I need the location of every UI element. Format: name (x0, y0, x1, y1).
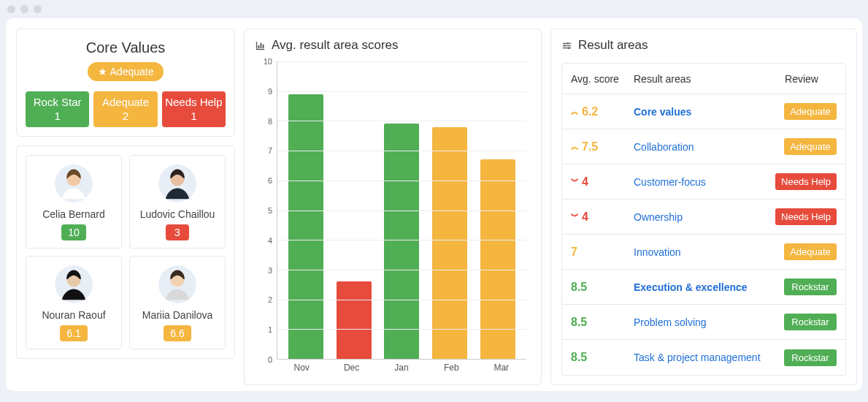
y-tick: 6 (268, 176, 272, 185)
grid-line (277, 61, 526, 62)
table-header: Avg. score Result areas Review (562, 64, 845, 94)
trend-down-icon: ︾ (571, 213, 579, 221)
review-badge: Adequate (784, 103, 837, 120)
review-badge: Rockstar (784, 314, 837, 330)
row-area-link[interactable]: Customer-focus (634, 176, 767, 188)
review-badge: Needs Help (775, 208, 837, 225)
svg-point-8 (567, 42, 569, 45)
grid-line (277, 91, 526, 92)
grid-line (277, 300, 526, 300)
table-row: 8.5Task & project managementRockstar (562, 340, 845, 375)
bar[interactable] (384, 124, 419, 359)
y-tick: 10 (264, 57, 272, 66)
people-grid: Celia Bernard10Ludovic Chaillou3Nouran R… (26, 155, 226, 349)
result-areas-card: Result areas Avg. score Result areas Rev… (550, 29, 857, 385)
core-values-badge-label: Adequate (110, 66, 154, 77)
x-tick: Nov (280, 363, 323, 377)
row-score: 7 (571, 246, 634, 259)
person-name: Mariia Danilova (134, 309, 220, 321)
grid-line (277, 240, 526, 240)
col-review: Review (767, 73, 837, 85)
person-card[interactable]: Mariia Danilova6.6 (129, 256, 226, 349)
window-dot (7, 5, 15, 13)
y-tick: 2 (268, 295, 272, 304)
person-card[interactable]: Celia Bernard10 (26, 155, 122, 249)
row-score-value: 7.5 (582, 140, 598, 153)
row-score-value: 4 (582, 211, 588, 224)
review-badge: Rockstar (784, 278, 837, 295)
grid-line (277, 270, 526, 270)
plot-area (277, 61, 526, 360)
person-score: 6.1 (60, 325, 87, 341)
score-box-label: Rock Star (27, 96, 88, 110)
score-box-count: 2 (95, 110, 155, 124)
bar[interactable] (337, 281, 372, 359)
trend-down-icon: ︾ (571, 178, 579, 186)
avatar (55, 164, 93, 202)
row-area-link[interactable]: Collaboration (634, 141, 767, 153)
score-box-label: Adequate (95, 96, 155, 110)
table-row: ︽6.2Core valuesAdequate (562, 94, 845, 129)
row-score: ︾4 (571, 211, 634, 224)
result-areas-heading: Result areas (561, 38, 846, 53)
person-card[interactable]: Nouran Raouf6.1 (26, 256, 122, 349)
person-score: 6.6 (164, 325, 191, 341)
y-tick: 0 (268, 355, 272, 364)
trend-up-icon: ︽ (571, 143, 579, 151)
x-tick: Dec (330, 363, 374, 377)
x-tick: Feb (429, 363, 473, 377)
col-score: Avg. score (571, 73, 634, 85)
row-area-link[interactable]: Problem solving (634, 316, 767, 328)
svg-point-10 (568, 47, 570, 49)
y-tick: 7 (268, 146, 272, 155)
row-score-value: 8.5 (571, 316, 587, 329)
score-box[interactable]: Rock Star1 (26, 91, 89, 127)
review-badge: Adequate (784, 243, 837, 260)
person-card[interactable]: Ludovic Chaillou3 (129, 155, 226, 249)
review-badge: Adequate (784, 138, 837, 155)
trend-up-icon: ︽ (571, 107, 579, 115)
grid-line (277, 121, 526, 121)
row-score: 8.5 (571, 316, 634, 329)
row-score-value: 4 (582, 175, 588, 189)
row-area-link[interactable]: Core values (634, 106, 767, 118)
chart-title: Avg. result area scores (272, 38, 399, 53)
row-area-link[interactable]: Innovation (634, 246, 767, 258)
row-score: 8.5 (571, 351, 634, 364)
x-axis: NovDecJanFebMar (277, 363, 526, 377)
core-values-badge: Adequate (88, 62, 164, 81)
row-score: ︽6.2 (571, 105, 634, 118)
score-box[interactable]: Needs Help1 (162, 91, 226, 127)
person-score: 10 (61, 224, 86, 240)
avatar (158, 265, 196, 303)
core-values-title: Core Values (26, 39, 226, 56)
chart-card: Avg. result area scores 012345678910 Nov… (244, 29, 542, 385)
x-tick: Jan (380, 363, 423, 377)
people-card: Celia Bernard10Ludovic Chaillou3Nouran R… (16, 145, 235, 359)
window-dot (20, 5, 28, 13)
window-dot (34, 5, 42, 13)
table-row: 8.5Execution & excellenceRockstar (562, 270, 845, 305)
row-score-value: 6.2 (582, 105, 598, 118)
grid-line (277, 151, 526, 151)
x-tick: Mar (480, 363, 523, 377)
bar[interactable] (432, 127, 467, 359)
row-area-link[interactable]: Execution & excellence (634, 281, 767, 293)
grid-line (277, 181, 526, 181)
score-box-count: 1 (164, 110, 224, 124)
row-area-link[interactable]: Task & project management (634, 352, 767, 363)
grid-line (277, 211, 526, 211)
table-row: ︽7.5CollaborationAdequate (562, 129, 845, 164)
row-score-value: 8.5 (571, 351, 587, 364)
score-box[interactable]: Adequate2 (93, 91, 157, 127)
bar[interactable] (288, 94, 323, 359)
y-tick: 4 (268, 236, 272, 245)
y-axis: 012345678910 (255, 61, 275, 360)
person-name: Celia Bernard (31, 208, 117, 220)
row-score-value: 8.5 (571, 281, 587, 294)
bar-chart-icon (255, 40, 266, 51)
y-tick: 1 (268, 325, 272, 334)
person-name: Ludovic Chaillou (134, 208, 220, 220)
row-area-link[interactable]: Ownership (634, 211, 767, 223)
star-icon (98, 67, 107, 77)
